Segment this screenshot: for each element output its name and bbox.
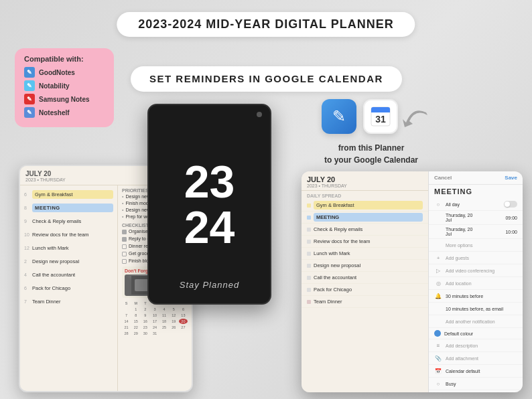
color-dot [434, 330, 441, 337]
attachment-icon: 📎 [434, 354, 442, 362]
task-row-accountant: 4 Call the accountant [24, 268, 113, 281]
calendar-icon: 📅 [434, 367, 442, 375]
rt-task-dinner: Team Dinner [302, 296, 428, 308]
noteshelf-label: Noteshelf [39, 109, 70, 116]
add-location-row[interactable]: ◎ Add location [429, 277, 523, 290]
mini-calendar: SMTWTFS 123456 78910111213 1415161718192… [122, 301, 188, 336]
planner-date: JULY 20 [25, 170, 66, 177]
add-video-row[interactable]: ▷ Add video conferencing [429, 264, 523, 277]
add-video: Add video conferencing [446, 268, 517, 273]
add-guests-row[interactable]: + Add guests [429, 252, 523, 264]
compat-samsung: ✎ Samsung Notes [24, 94, 105, 104]
main-title: 2023-2024 MID-YEAR DIGITAL PLANNER [138, 17, 393, 31]
compat-noteshelf: ✎ Noteshelf [24, 107, 105, 118]
reminders-text: SET REMINDERS IN GOOGLE CALENDAR [149, 73, 383, 84]
title-pill: 2023-2024 MID-YEAR DIGITAL PLANNER [117, 12, 415, 37]
default-color-row[interactable]: Default colour [429, 328, 523, 339]
noteshelf-icon: ✎ [24, 107, 35, 118]
app-icons-area: ✎ 31 [322, 99, 398, 134]
busy-row[interactable]: ○ Busy [429, 378, 523, 390]
date1: Thursday, 20 Jul [446, 213, 480, 222]
all-day-toggle[interactable] [504, 201, 517, 208]
notification-row-1[interactable]: 🔔 30 minutes before [429, 290, 523, 303]
tablet-dot [257, 112, 262, 117]
right-tablet: JULY 20 2023 • THURSDAY DAILY SPREAD Gym… [302, 171, 523, 392]
meeting-sidebar: Cancel Save MEETING ○ All day Thursday, … [429, 171, 523, 392]
svg-rect-6 [135, 279, 148, 291]
arrow-icon [393, 99, 433, 139]
task-gym: Gym & Breakfast [32, 190, 113, 199]
center-tablet: 23 24 Stay Planned [147, 104, 271, 305]
save-button[interactable]: Save [505, 175, 517, 181]
notification-row-2[interactable]: 10 minutes before, as email [429, 303, 523, 315]
compat-notability: ✎ Notability [24, 80, 105, 91]
rt-task-1: Gym & Breakfast [302, 200, 428, 212]
calendar-default-row[interactable]: 📅 Calendar default [429, 365, 523, 378]
center-tagline: Stay Planned [180, 280, 239, 290]
location-icon: ◎ [434, 279, 442, 287]
more-options-row[interactable]: More options [429, 239, 523, 252]
task-row-lunch: 12 Lunch with Mark [24, 242, 113, 254]
more-options: More options [446, 243, 517, 248]
add-attachment: Add attachment [446, 356, 517, 361]
right-planner-header: JULY 20 2023 • THURSDAY [302, 171, 428, 191]
svg-text:31: 31 [375, 114, 386, 125]
notability-label: Notability [39, 82, 70, 90]
clock-icon: ○ [434, 200, 442, 208]
add-notification-row[interactable]: Add another notification [429, 315, 523, 328]
right-planner-date: JULY 20 [307, 175, 423, 183]
add-description: Add description [446, 343, 517, 348]
samsung-icon: ✎ [24, 94, 35, 104]
goodnotes-app-icon: ✎ [322, 99, 356, 134]
planner-day: 2023 • THURSDAY [25, 177, 66, 182]
task-docs: Review docs for the team [32, 232, 113, 238]
minutes-before: 30 minutes before [446, 294, 517, 299]
task-row-docs: 10 Review docs for the team [24, 228, 113, 240]
task-design: Design new proposal [32, 258, 113, 264]
calendar-default: Calendar default [446, 369, 517, 374]
task-row-1: 6 Gym & Breakfast [24, 188, 113, 200]
all-day-row: ○ All day [429, 198, 523, 211]
time2: 10:00 [483, 230, 517, 234]
default-color: Default colour [444, 331, 517, 336]
task-email: Check & Reply emails [32, 218, 113, 224]
task-pack: Pack for Chicago [32, 285, 113, 291]
bell-icon: 🔔 [434, 292, 442, 300]
add-location: Add location [446, 281, 517, 286]
goodnotes-icon: ✎ [24, 67, 35, 78]
busy-label: Busy [446, 382, 517, 386]
task-lunch: Lunch with Mark [32, 245, 113, 251]
add-guests: Add guests [446, 256, 517, 260]
rt-task-pack: Pack for Chicago [302, 284, 428, 296]
task-row-dinner: 7 Team Dinner [24, 295, 113, 307]
meeting-title: MEETING [429, 185, 523, 198]
center-numbers: 23 24 [184, 159, 235, 250]
description-icon: ≡ [434, 341, 442, 349]
compatible-box: Compatible with: ✎ GoodNotes ✎ Notabilit… [15, 48, 114, 127]
cancel-button[interactable]: Cancel [434, 175, 452, 181]
compat-goodnotes: ✎ GoodNotes [24, 67, 105, 78]
reminders-badge: SET REMINDERS IN GOOGLE CALENDAR [131, 66, 402, 92]
date-time-row-2: Thursday, 20 Jul 10:00 [429, 225, 523, 239]
task-row-meeting: 8 MEETING [24, 202, 113, 214]
rt-task-accountant: Call the accountant [302, 272, 428, 284]
ten-minutes: 10 minutes before, as email [446, 307, 517, 311]
compatible-title: Compatible with: [24, 55, 105, 63]
add-attachment-row[interactable]: 📎 Add attachment [429, 352, 523, 365]
person-icon: + [434, 254, 442, 262]
rt-task-design: Design new proposal [302, 260, 428, 272]
task-meeting: MEETING [32, 204, 113, 212]
date-time-row-1: Thursday, 20 Jul 09:00 [429, 211, 523, 225]
add-notification: Add another notification [446, 319, 517, 324]
rt-task-email: Check & Reply emails [302, 224, 428, 236]
rt-task-meeting: MEETING [302, 212, 428, 224]
date2: Thursday, 20 Jul [446, 227, 480, 236]
goodnotes-label: GoodNotes [39, 69, 75, 76]
daily-spread-title: DAILY SPREAD [302, 191, 428, 200]
rt-task-lunch: Lunch with Mark [302, 248, 428, 260]
add-description-row[interactable]: ≡ Add description [429, 339, 523, 352]
meeting-header: Cancel Save [429, 171, 523, 185]
planner-left-column: 6 Gym & Breakfast 8 MEETING 9 Check & Re… [20, 185, 118, 391]
svg-rect-3 [371, 110, 390, 112]
task-accountant: Call the accountant [32, 272, 113, 278]
